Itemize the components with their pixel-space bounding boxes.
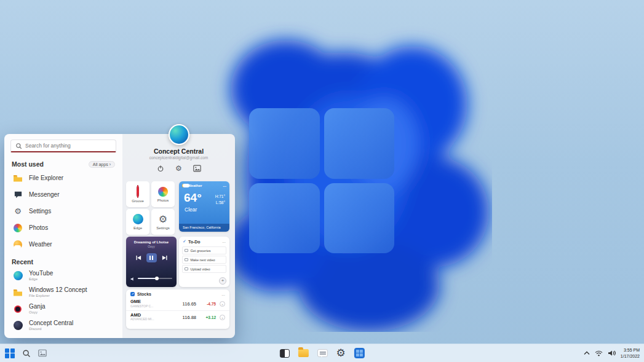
- tile-photos[interactable]: Photos: [151, 181, 175, 207]
- file-explorer-button[interactable]: [298, 349, 308, 357]
- recent-item-name: Ganja: [29, 303, 46, 310]
- volume-icon[interactable]: [130, 273, 135, 284]
- recent-item-app: File Explorer: [29, 294, 87, 298]
- clock[interactable]: 3:55 PM 1/17/2022: [621, 347, 640, 359]
- check-icon: ✓: [183, 239, 186, 244]
- checkbox[interactable]: [185, 267, 188, 271]
- chevron-right-icon[interactable]: ›: [220, 301, 225, 307]
- todo-item[interactable]: Get groceries: [182, 246, 226, 254]
- all-apps-button[interactable]: All apps ›: [89, 161, 115, 168]
- app-item-label: Photos: [29, 224, 48, 231]
- settings-button[interactable]: ⚙: [336, 348, 345, 358]
- pause-icon[interactable]: [146, 253, 157, 262]
- volume-slider-handle[interactable]: [155, 277, 159, 280]
- weather-icon: [13, 240, 23, 250]
- windows-start-icon: [5, 348, 15, 358]
- pictures-icon[interactable]: [193, 164, 202, 173]
- tile-label: Photos: [157, 199, 169, 202]
- windows-app-button[interactable]: [354, 348, 365, 358]
- wifi-button[interactable]: [595, 350, 603, 356]
- recent-title: Recent: [12, 258, 33, 266]
- search-icon: [15, 141, 22, 151]
- app-item-weather[interactable]: Weather: [4, 236, 122, 253]
- gear-icon[interactable]: ⚙: [175, 164, 183, 173]
- weather-widget[interactable]: Weather ... 64° H:71° L:58° Clear San Fr…: [179, 181, 229, 232]
- recent-item-app: Ooyy: [29, 310, 46, 315]
- recent-item-app: Discord: [29, 327, 73, 331]
- task-view-button[interactable]: [279, 349, 289, 358]
- checkbox[interactable]: [185, 258, 188, 262]
- weather-menu-button[interactable]: ...: [223, 184, 226, 187]
- chat-icon: [317, 349, 327, 357]
- stock-price: 116.88: [183, 315, 196, 320]
- tile-settings[interactable]: ⚙ Settings: [151, 209, 175, 235]
- windows-logo-tile: [324, 183, 395, 254]
- search-bar[interactable]: [10, 140, 116, 152]
- chevron-right-icon[interactable]: ›: [220, 315, 225, 320]
- discord-icon: [13, 321, 23, 331]
- app-item-settings[interactable]: ⚙ Settings: [4, 203, 122, 219]
- tile-label: Edge: [133, 226, 142, 230]
- volume-button[interactable]: [608, 350, 616, 356]
- tile-label: Settings: [156, 226, 170, 230]
- photos-icon: [158, 187, 168, 197]
- avatar[interactable]: [169, 124, 189, 145]
- windows-logo-tile: [249, 108, 320, 179]
- taskbar-pictures-button[interactable]: [38, 349, 47, 357]
- edge-icon: [133, 214, 143, 224]
- chevron-right-icon: ›: [109, 162, 111, 167]
- todo-item-label: Upload video: [191, 267, 210, 271]
- tray-overflow-button[interactable]: [584, 351, 590, 355]
- recent-item-ganja[interactable]: Ganja Ooyy: [4, 301, 122, 317]
- app-item-photos[interactable]: Photos: [4, 219, 122, 236]
- chevron-up-icon: [584, 351, 590, 355]
- profile-actions: ⚙: [122, 164, 235, 173]
- recent-item-app: Edge: [29, 277, 53, 281]
- recent-item-concept-central[interactable]: Concept Central Discord: [4, 317, 122, 334]
- tile-groove[interactable]: Groove: [126, 181, 149, 207]
- stock-price: 116.65: [183, 301, 196, 307]
- weather-high: H:71°: [215, 194, 225, 200]
- weather-title: Weather: [188, 184, 202, 187]
- taskbar: ⚙ 3:55 PM 1/17/2022: [0, 344, 644, 362]
- volume-icon: [608, 350, 616, 356]
- checkbox[interactable]: [185, 249, 188, 253]
- search-icon: [22, 349, 31, 358]
- recent-item-youtube[interactable]: YouTube Edge: [4, 267, 122, 284]
- todo-item[interactable]: Upload video: [182, 265, 226, 273]
- start-button[interactable]: [5, 348, 15, 358]
- todo-widget: ✓ To-Do ... Get groceries Make next vide…: [179, 237, 229, 287]
- search-input[interactable]: [25, 143, 111, 149]
- previous-track-icon[interactable]: [136, 255, 141, 261]
- stocks-menu-button[interactable]: ...: [221, 293, 225, 296]
- taskbar-search-button[interactable]: [22, 349, 31, 358]
- tile-edge[interactable]: Edge: [126, 209, 149, 235]
- recent-header: Recent: [4, 253, 122, 267]
- recent-item-windows-12-concept[interactable]: Windows 12 Concept File Explorer: [4, 284, 122, 301]
- todo-menu-button[interactable]: ...: [222, 240, 226, 243]
- stock-row-gme[interactable]: GME GAMESTOP C... 116.65 -4.75 ›: [126, 297, 229, 310]
- desktop: Most used All apps › File Explorer Messe…: [0, 0, 644, 362]
- add-todo-button[interactable]: +: [219, 277, 226, 285]
- app-item-messenger[interactable]: Messenger: [4, 186, 122, 203]
- stocks-title: Stocks: [137, 292, 151, 296]
- stock-company: GAMESTOP C...: [130, 305, 179, 309]
- weather-location: San Francisco, California: [179, 224, 229, 232]
- stock-row-amd[interactable]: AMD ADVANCED MI... 116.88 +3.12 ›: [126, 310, 229, 323]
- chat-button[interactable]: [317, 349, 327, 357]
- app-item-file-explorer[interactable]: File Explorer: [4, 170, 122, 186]
- app-item-label: Settings: [29, 208, 51, 214]
- stock-change: +3.12: [200, 315, 216, 320]
- tray-date: 1/17/2022: [621, 353, 640, 359]
- weather-icon: [182, 184, 186, 187]
- photos-icon: [13, 223, 23, 233]
- todo-item[interactable]: Make next video: [182, 256, 226, 264]
- task-view-icon: [279, 349, 289, 358]
- windows-logo-tile: [324, 108, 395, 179]
- weather-condition: Clear: [185, 207, 197, 213]
- profile-name: Concept Central: [122, 148, 235, 155]
- profile-email: conceptcentraldigital@gmail.com: [122, 155, 235, 160]
- next-track-icon[interactable]: [162, 255, 167, 261]
- volume-slider[interactable]: [138, 278, 172, 280]
- power-icon[interactable]: [156, 164, 165, 173]
